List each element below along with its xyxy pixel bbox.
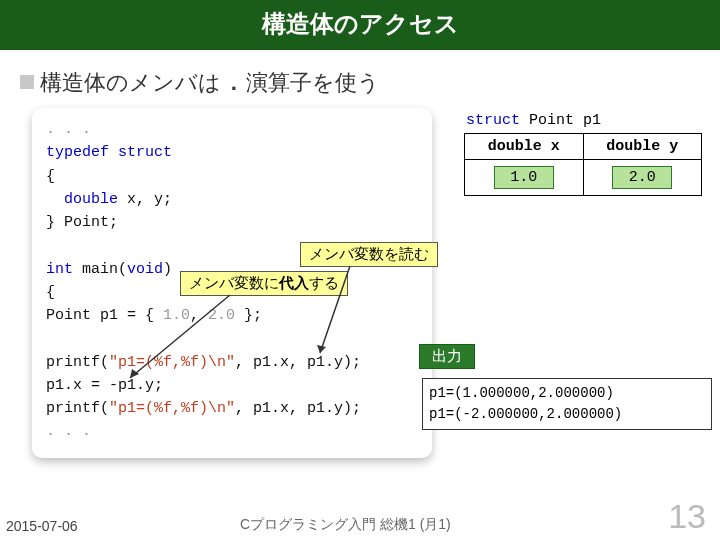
code-line: printf("p1=(%f,%f)\n", p1.x, p1.y); <box>46 351 418 374</box>
code-blank <box>46 327 418 350</box>
code-line: p1.x = -p1.y; <box>46 374 418 397</box>
slide-title: 構造体のアクセス <box>0 0 720 50</box>
output-line: p1=(1.000000,2.000000) <box>429 383 705 404</box>
code-line: printf("p1=(%f,%f)\n", p1.x, p1.y); <box>46 397 418 420</box>
code-line: typedef struct <box>46 141 418 164</box>
code-line: } Point; <box>46 211 418 234</box>
struct-val-x: 1.0 <box>465 160 584 196</box>
struct-col-y: double y <box>583 134 702 160</box>
code-line: double x, y; <box>46 188 418 211</box>
slide-title-text: 構造体のアクセス <box>262 10 459 37</box>
struct-val-y: 2.0 <box>583 160 702 196</box>
output-box: p1=(1.000000,2.000000) p1=(-2.000000,2.0… <box>422 378 712 430</box>
annot-assign: メンバ変数に代入する <box>180 271 348 296</box>
annot-read: メンバ変数を読む <box>300 242 438 267</box>
table-row: 1.0 2.0 <box>465 160 702 196</box>
struct-col-x: double x <box>465 134 584 160</box>
footer-course: Cプログラミング入門 総機1 (月1) <box>240 516 451 534</box>
footer-date: 2015-07-06 <box>6 518 78 534</box>
code-line: . . . <box>46 118 418 141</box>
slide-subtitle: 構造体のメンバは . 演算子を使う <box>0 50 720 108</box>
struct-diagram: struct Point p1 double x double y 1.0 2.… <box>464 112 702 196</box>
struct-table: double x double y 1.0 2.0 <box>464 133 702 196</box>
code-line: Point p1 = { 1.0, 2.0 }; <box>46 304 418 327</box>
code-line: { <box>46 165 418 188</box>
output-line: p1=(-2.000000,2.000000) <box>429 404 705 425</box>
table-row: double x double y <box>465 134 702 160</box>
struct-caption: struct Point p1 <box>464 112 702 129</box>
code-line: . . . <box>46 420 418 443</box>
content-area: . . . typedef struct { double x, y; } Po… <box>0 108 720 458</box>
dot-operator: . <box>227 72 240 97</box>
bullet-icon <box>20 75 34 89</box>
subtitle-suffix: 演算子を使う <box>240 70 380 95</box>
output-label: 出力 <box>419 344 475 369</box>
subtitle-prefix: 構造体のメンバは <box>40 70 227 95</box>
page-number: 13 <box>668 497 706 536</box>
